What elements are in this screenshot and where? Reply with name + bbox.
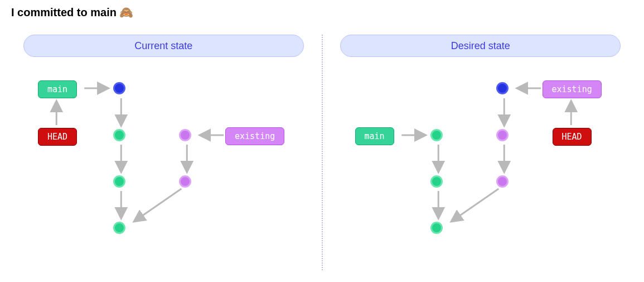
commit-blue-left [113, 82, 125, 94]
label-existing-left: existing [225, 127, 284, 145]
commit-purple1-left [179, 129, 191, 141]
commit-purple2-right [496, 175, 509, 188]
commit-green3-right [430, 222, 443, 234]
label-main-right: main [355, 127, 394, 145]
commit-blue-right [496, 82, 509, 94]
commit-green2-right [430, 175, 443, 188]
left-graph-svg [11, 69, 316, 270]
commit-green3-left [113, 222, 125, 234]
label-existing-right: existing [543, 80, 602, 98]
commit-purple2-left [179, 175, 191, 188]
commit-green1-left [113, 129, 125, 141]
label-main-left: main [38, 80, 77, 98]
commit-green1-right [430, 129, 443, 141]
commit-purple1-right [496, 129, 509, 141]
label-head-right: HEAD [553, 128, 592, 146]
arrow-purple-merge [134, 189, 181, 221]
divider [322, 35, 323, 270]
arrow-purple-merge-r [452, 189, 498, 221]
left-pane: Current state [11, 35, 316, 270]
left-state-header: Current state [23, 35, 304, 57]
diagram-panes: Current state [11, 35, 633, 270]
page-title: I committed to main 🙈 [11, 6, 633, 19]
label-head-left: HEAD [38, 128, 77, 146]
right-graph: existing HEAD main [328, 69, 633, 270]
right-state-header: Desired state [340, 35, 621, 57]
left-graph: main HEAD existing [11, 69, 316, 270]
commit-green2-left [113, 175, 125, 188]
right-pane: Desired state [328, 35, 633, 270]
right-graph-svg [328, 69, 633, 270]
